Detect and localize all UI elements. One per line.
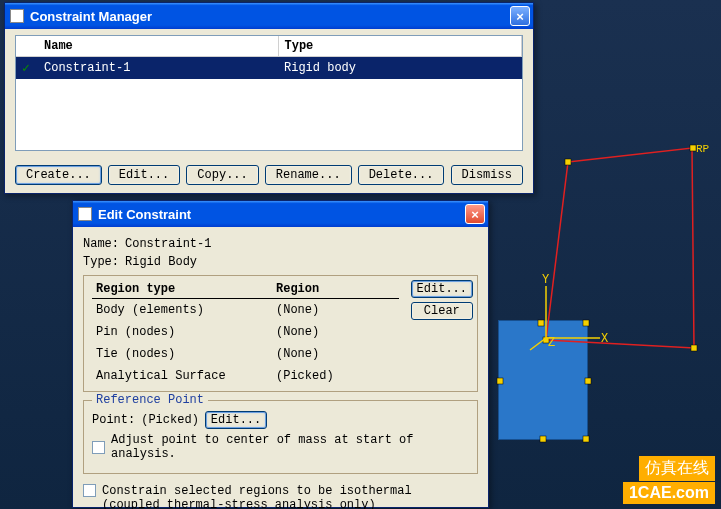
close-icon[interactable]: × (465, 204, 485, 224)
svg-rect-0 (565, 159, 571, 165)
watermark-url: 1CAE.com (623, 482, 715, 504)
constraint-manager-window: Constraint Manager × Name Type ✓ Constra… (4, 2, 534, 194)
region-column: Region (272, 280, 399, 299)
type-label: Type: (83, 255, 119, 269)
region-box: Region type Region Body (elements) (None… (83, 275, 478, 392)
reference-point-fieldset: Reference Point Point: (Picked) Edit... … (83, 400, 478, 474)
cell-type: Rigid body (278, 57, 522, 80)
window-icon (78, 207, 92, 221)
axis-y-label: Y (542, 273, 549, 287)
window-icon (10, 9, 24, 23)
region-clear-button[interactable]: Clear (411, 302, 473, 320)
close-icon[interactable]: × (510, 6, 530, 26)
check-icon: ✓ (16, 57, 38, 80)
region-row[interactable]: Tie (nodes) (None) (92, 343, 399, 365)
svg-rect-1 (690, 145, 696, 151)
svg-line-12 (530, 338, 546, 350)
reference-point-legend: Reference Point (92, 393, 208, 407)
svg-rect-4 (538, 320, 544, 326)
region-edit-button[interactable]: Edit... (411, 280, 473, 298)
adjust-checkbox[interactable] (92, 441, 105, 454)
svg-rect-6 (497, 378, 503, 384)
edit-constraint-titlebar[interactable]: Edit Constraint × (73, 201, 488, 227)
constrain-isothermal-label: Constrain selected regions to be isother… (102, 484, 412, 509)
column-name: Name (38, 36, 278, 57)
svg-rect-7 (585, 378, 591, 384)
reference-point-label: RP (696, 143, 710, 155)
create-button[interactable]: Create... (15, 165, 102, 185)
name-value: Constraint-1 (125, 237, 211, 251)
adjust-label: Adjust point to center of mass at start … (111, 433, 469, 461)
constraint-manager-title: Constraint Manager (30, 9, 152, 24)
point-label: Point: (92, 413, 135, 427)
rename-button[interactable]: Rename... (265, 165, 352, 185)
point-edit-button[interactable]: Edit... (205, 411, 267, 429)
svg-rect-9 (583, 436, 589, 442)
delete-button[interactable]: Delete... (358, 165, 445, 185)
constraint-table: Name Type ✓ Constraint-1 Rigid body (15, 35, 523, 151)
column-type: Type (278, 36, 522, 57)
svg-rect-2 (691, 345, 697, 351)
viewport-solid-box (498, 320, 588, 440)
region-row[interactable]: Analytical Surface (Picked) (92, 365, 399, 387)
name-label: Name: (83, 237, 119, 251)
constraint-manager-titlebar[interactable]: Constraint Manager × (5, 3, 533, 29)
svg-rect-8 (540, 436, 546, 442)
edit-button[interactable]: Edit... (108, 165, 180, 185)
rigid-body-outline (546, 148, 694, 348)
svg-rect-3 (543, 337, 549, 343)
region-type-column: Region type (92, 280, 272, 299)
region-row[interactable]: Pin (nodes) (None) (92, 321, 399, 343)
point-value: (Picked) (141, 413, 199, 427)
edit-constraint-window: Edit Constraint × Name: Constraint-1 Typ… (72, 200, 489, 508)
cell-name: Constraint-1 (38, 57, 278, 80)
region-row[interactable]: Body (elements) (None) (92, 299, 399, 322)
watermark-cn: 仿真在线 (639, 456, 715, 481)
copy-button[interactable]: Copy... (186, 165, 258, 185)
dismiss-button[interactable]: Dismiss (451, 165, 523, 185)
edit-constraint-title: Edit Constraint (98, 207, 191, 222)
svg-rect-5 (583, 320, 589, 326)
constrain-isothermal-checkbox[interactable] (83, 484, 96, 497)
axis-z-label: Z (548, 336, 555, 350)
axis-x-label: X (601, 332, 608, 346)
table-row[interactable]: ✓ Constraint-1 Rigid body (16, 57, 522, 80)
type-value: Rigid Body (125, 255, 197, 269)
